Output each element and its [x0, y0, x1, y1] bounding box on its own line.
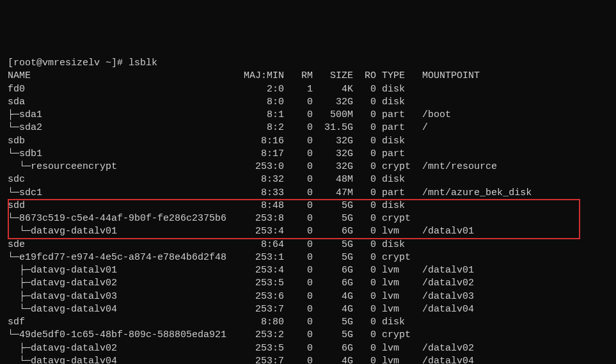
command-text: lsblk	[129, 58, 157, 68]
table-row: └─sda2 8:2 0 31.5G 0 part /	[8, 122, 608, 134]
table-row: └─e19fcd77-e974-4e5c-a874-e78e4b6d2f48 2…	[8, 251, 608, 264]
table-row: └─sdb1 8:17 0 32G 0 part	[8, 148, 608, 161]
command-line: [root@vmresizelv ~]# lsblk	[8, 57, 608, 70]
table-row: └─datavg-datalv01 253:4 0 6G 0 lvm /data…	[8, 225, 608, 238]
table-row: └─49de5df0-1c65-48bf-809c-588805eda921 2…	[8, 329, 608, 342]
table-row: └─datavg-datalv04 253:7 0 4G 0 lvm /data…	[8, 355, 608, 364]
table-row: └─8673c519-c5e4-44af-9b0f-fe286c2375b6 2…	[8, 212, 608, 225]
table-row: ├─datavg-datalv02 253:5 0 6G 0 lvm /data…	[8, 277, 608, 290]
table-row: ├─datavg-datalv03 253:6 0 4G 0 lvm /data…	[8, 290, 608, 303]
table-row: sde 8:64 0 5G 0 disk	[8, 239, 608, 251]
terminal-output: [root@vmresizelv ~]# lsblkNAME MAJ:MIN R…	[8, 57, 608, 364]
table-row: ├─datavg-datalv02 253:5 0 6G 0 lvm /data…	[8, 342, 608, 355]
table-row: fd0 2:0 1 4K 0 disk	[8, 83, 608, 96]
table-row: └─resourceencrypt 253:0 0 32G 0 crypt /m…	[8, 161, 608, 173]
table-row: ├─sda1 8:1 0 500M 0 part /boot	[8, 109, 608, 122]
table-row: └─sdc1 8:33 0 47M 0 part /mnt/azure_bek_…	[8, 187, 608, 200]
table-row: sdc 8:32 0 48M 0 disk	[8, 173, 608, 186]
table-row: sda 8:0 0 32G 0 disk	[8, 96, 608, 109]
table-row: └─datavg-datalv04 253:7 0 4G 0 lvm /data…	[8, 303, 608, 316]
table-row: ├─datavg-datalv01 253:4 0 6G 0 lvm /data…	[8, 264, 608, 277]
table-row: sdb 8:16 0 32G 0 disk	[8, 135, 608, 148]
table-row: sdd 8:48 0 5G 0 disk	[8, 200, 608, 212]
table-header: NAME MAJ:MIN RM SIZE RO TYPE MOUNTPOINT	[8, 70, 608, 83]
shell-prompt: [root@vmresizelv ~]#	[8, 58, 129, 68]
table-row: sdf 8:80 0 5G 0 disk	[8, 316, 608, 329]
